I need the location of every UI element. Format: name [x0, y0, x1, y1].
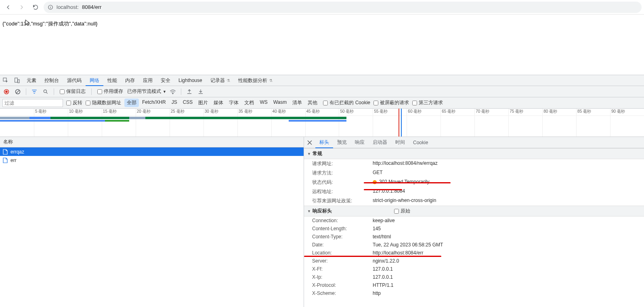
svg-point-10 — [44, 90, 46, 93]
devtools-tab[interactable]: 应用 — [139, 75, 157, 86]
kv-row: Content-Length:145 — [304, 225, 644, 233]
search-icon[interactable] — [41, 87, 50, 97]
devtools-tab[interactable]: Lighthouse — [174, 75, 206, 86]
wifi-icon[interactable] — [168, 87, 178, 97]
detail-tab[interactable]: 时间 — [391, 137, 409, 148]
caret-down-icon: ▼ — [307, 209, 311, 213]
filter-type-chip[interactable]: WS — [257, 99, 270, 107]
device-icon[interactable] — [11, 75, 23, 86]
list-header-name[interactable]: 名称 — [0, 137, 304, 147]
kv-key: Content-Type: — [312, 234, 373, 240]
filter-type-chip[interactable]: CSS — [180, 99, 195, 107]
detail-tab[interactable]: Cookie — [409, 137, 432, 148]
svg-line-11 — [46, 92, 48, 93]
filter-type-chip[interactable]: 清单 — [290, 99, 304, 107]
kv-row: 请求网址:http://localhost:8084/rw/errqaz — [304, 159, 644, 168]
flask-icon: ⚗ — [269, 78, 273, 83]
kv-row: 状态代码:302 Moved Temporarily — [304, 178, 644, 187]
throttling-select[interactable]: 已停用节流模式▼ — [127, 88, 166, 95]
filter-type-chip[interactable]: 文档 — [242, 99, 256, 107]
filter-type-chip[interactable]: Wasm — [271, 99, 289, 107]
blocked-requests-checkbox[interactable]: 被屏蔽的请求 — [373, 99, 409, 106]
devtools-tab[interactable]: 控制台 — [40, 75, 63, 86]
blocked-cookies-checkbox[interactable]: 有已拦截的 Cookie — [323, 99, 370, 106]
raw-checkbox[interactable]: 原始 — [394, 208, 410, 214]
timeline-tick: 40 毫秒 — [271, 109, 286, 137]
timeline-tick: 70 毫秒 — [474, 109, 489, 137]
timeline-tick: 50 毫秒 — [339, 109, 354, 137]
close-detail-button[interactable] — [304, 137, 315, 148]
kv-key: X-Ff: — [312, 266, 373, 272]
timeline[interactable]: 5 毫秒10 毫秒15 毫秒20 毫秒25 毫秒30 毫秒35 毫秒40 毫秒4… — [0, 109, 644, 137]
download-icon[interactable] — [196, 87, 206, 97]
general-section-header[interactable]: ▼ 常规 — [304, 148, 644, 159]
filter-type-chip[interactable]: JS — [169, 99, 180, 107]
devtools-tab[interactable]: 网络 — [86, 75, 103, 86]
kv-key: Location: — [312, 250, 373, 256]
kv-key: X-Scheme: — [312, 290, 373, 296]
kv-row: X-Protocol:HTTP/1.1 — [304, 281, 644, 289]
filter-type-chip[interactable]: 其他 — [305, 99, 320, 107]
url-host: localhost: — [57, 4, 79, 10]
file-icon — [2, 149, 8, 155]
back-button[interactable] — [2, 2, 14, 13]
devtools: 元素控制台源代码网络性能内存应用安全Lighthouse记录器⚗性能数据分析⚗ … — [0, 75, 644, 307]
url-bar[interactable]: localhost:8084/err — [44, 2, 642, 13]
kv-key: 状态代码: — [312, 179, 373, 186]
devtools-tab[interactable]: 记录器⚗ — [206, 75, 234, 86]
record-button[interactable] — [2, 87, 11, 97]
upload-icon[interactable] — [185, 87, 194, 97]
preserve-log-checkbox[interactable]: 保留日志 — [57, 88, 88, 95]
devtools-tab[interactable]: 源代码 — [63, 75, 86, 86]
third-party-checkbox[interactable]: 第三方请求 — [412, 99, 443, 106]
inspect-icon[interactable] — [0, 75, 11, 86]
devtools-tab[interactable]: 内存 — [121, 75, 139, 86]
svg-point-7 — [5, 90, 8, 93]
hide-data-urls-checkbox[interactable]: 隐藏数据网址 — [86, 99, 121, 106]
filter-type-chip[interactable]: 图片 — [196, 99, 210, 107]
timeline-tick: 10 毫秒 — [68, 109, 83, 137]
detail-tab[interactable]: 预览 — [333, 137, 351, 148]
filter-input[interactable] — [2, 99, 63, 107]
info-icon — [48, 4, 53, 10]
devtools-tab[interactable]: 元素 — [23, 75, 40, 86]
disable-cache-checkbox[interactable]: 停用缓存 — [95, 88, 126, 95]
timeline-tick: 25 毫秒 — [170, 109, 185, 137]
detail-tab[interactable]: 启动器 — [369, 137, 391, 148]
kv-row: Date:Tue, 22 Aug 2023 06:58:25 GMT — [304, 241, 644, 249]
kv-key: 请求网址: — [312, 160, 373, 167]
svg-rect-2 — [50, 7, 50, 8]
timeline-tick: 65 毫秒 — [441, 109, 455, 137]
filter-type-chip[interactable]: 媒体 — [211, 99, 226, 107]
filter-icon[interactable] — [29, 87, 39, 97]
invert-checkbox[interactable]: 反转 — [66, 99, 82, 106]
kv-value: http://localhost:8084/rw/errqaz — [373, 160, 644, 167]
response-headers-section-header[interactable]: ▼ 响应标头 原始 — [304, 206, 644, 217]
reload-button[interactable] — [30, 2, 41, 13]
clear-button[interactable] — [13, 87, 23, 97]
kv-key: Date: — [312, 242, 373, 248]
request-list-pane: 名称 errqazerr — [0, 137, 304, 307]
timeline-tick: 85 毫秒 — [576, 109, 591, 137]
forward-button[interactable] — [16, 2, 27, 13]
detail-tab[interactable]: 标头 — [315, 137, 333, 148]
devtools-tab[interactable]: 性能 — [103, 75, 121, 86]
detail-tab[interactable]: 响应 — [351, 137, 369, 148]
devtools-tab[interactable]: 性能数据分析⚗ — [234, 75, 277, 86]
kv-value: http://localhost:8084/err — [373, 250, 644, 256]
devtools-tab[interactable]: 安全 — [157, 75, 174, 86]
timeline-tick: 75 毫秒 — [508, 109, 523, 137]
request-row[interactable]: err — [0, 156, 304, 164]
filter-type-chip[interactable]: 全部 — [124, 99, 139, 107]
filter-type-chip[interactable]: Fetch/XHR — [140, 99, 168, 107]
kv-row: Connection:keep-alive — [304, 217, 644, 225]
kv-key: Content-Length: — [312, 226, 373, 231]
timeline-tick: 5 毫秒 — [34, 109, 46, 137]
kv-key: X-Protocol: — [312, 282, 373, 288]
svg-line-9 — [16, 90, 19, 93]
kv-value: 127.0.0.1 — [373, 274, 644, 280]
filter-type-chip[interactable]: 字体 — [227, 99, 241, 107]
request-row[interactable]: errqaz — [0, 147, 304, 156]
kv-key: 远程地址: — [312, 188, 373, 195]
kv-value: 145 — [373, 226, 644, 231]
